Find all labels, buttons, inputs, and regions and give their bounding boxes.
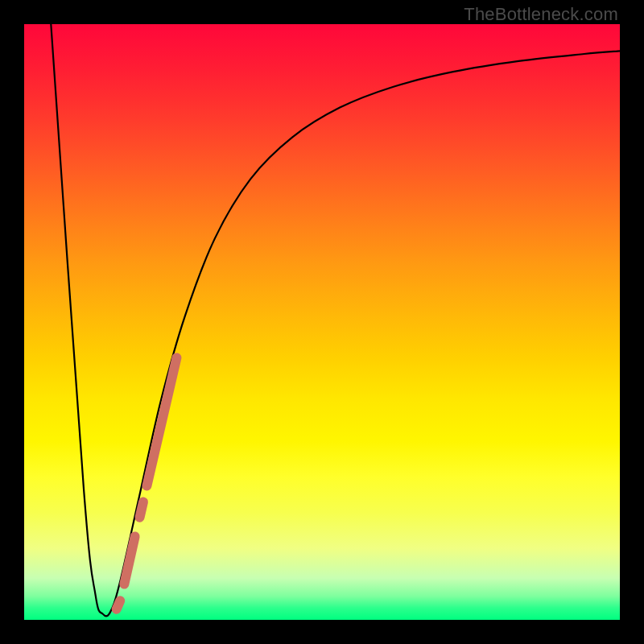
plot-area bbox=[24, 24, 620, 620]
chart-svg bbox=[24, 24, 620, 620]
chart-frame: TheBottleneck.com bbox=[0, 0, 644, 644]
bottleneck-curve bbox=[51, 24, 620, 616]
accent-segment bbox=[147, 357, 176, 485]
accent-segment bbox=[140, 502, 143, 517]
accent-segment bbox=[124, 536, 134, 584]
accent-overlay bbox=[117, 357, 177, 609]
accent-segment bbox=[117, 601, 120, 609]
watermark-text: TheBottleneck.com bbox=[464, 4, 618, 25]
